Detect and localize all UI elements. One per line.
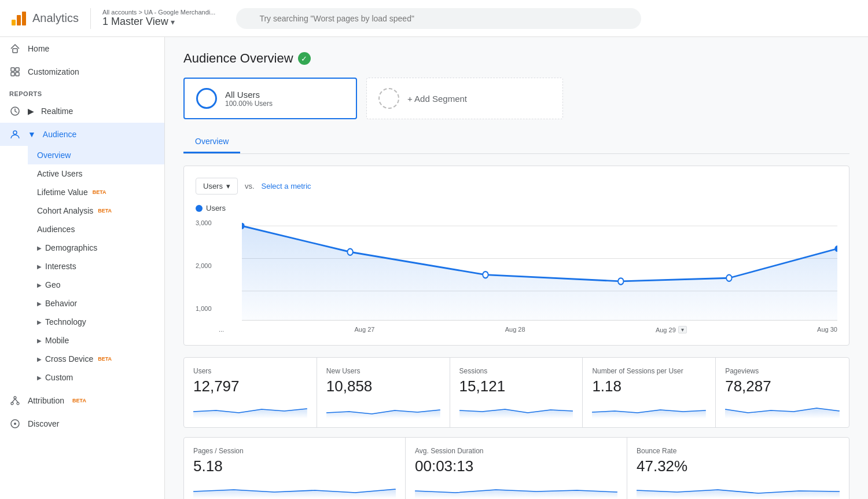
metric-users-sparkline — [193, 400, 307, 419]
metric-bounce-rate-sparkline — [637, 480, 840, 498]
svg-marker-34 — [725, 408, 840, 419]
sidebar-item-customization[interactable]: Customization — [0, 60, 164, 83]
svg-rect-7 — [16, 68, 19, 71]
svg-rect-9 — [16, 72, 19, 76]
select-metric-link[interactable]: Select a metric — [262, 182, 311, 190]
customization-icon — [9, 66, 21, 78]
add-segment-label: + Add Segment — [407, 94, 467, 104]
metric-avg-session-duration-value: 00:03:13 — [415, 457, 617, 475]
sidebar-item-audiences[interactable]: Audiences — [28, 220, 164, 239]
sidebar-item-discover[interactable]: Discover — [0, 412, 164, 435]
sidebar-item-attribution[interactable]: Attribution BETA — [0, 389, 164, 412]
svg-rect-1 — [17, 15, 21, 25]
svg-line-16 — [15, 399, 18, 402]
all-users-segment[interactable]: All Users 100.00% Users — [183, 78, 357, 119]
metric-dropdown-label: Users — [203, 182, 223, 190]
sidebar-item-cross-device[interactable]: ▶ Cross Device BETA — [28, 350, 164, 368]
metric-avg-session-duration: Avg. Session Duration 00:03:13 — [406, 438, 627, 499]
sidebar-item-custom[interactable]: ▶ Custom — [28, 368, 164, 387]
sidebar-item-audience[interactable]: ▼ Audience — [0, 123, 164, 146]
x-label-aug28: Aug 28 — [505, 326, 525, 333]
tab-overview[interactable]: Overview — [183, 131, 240, 153]
metric-dropdown-arrow: ▾ — [226, 182, 230, 190]
sidebar-item-demographics[interactable]: ▶ Demographics — [28, 239, 164, 257]
audiences-label: Audiences — [37, 225, 75, 234]
page-title-text: Audience Overview — [183, 51, 293, 66]
metric-sessions: Sessions 15,121 — [450, 358, 583, 427]
geo-arrow: ▶ — [37, 282, 42, 288]
search-input[interactable] — [236, 8, 641, 29]
metric-new-users-sparkline — [326, 400, 440, 419]
vs-text: vs. — [245, 182, 255, 190]
sidebar-item-overview[interactable]: Overview — [28, 146, 164, 164]
custom-arrow: ▶ — [37, 375, 42, 381]
scroll-indicator[interactable]: ▾ — [678, 326, 687, 333]
legend-dot — [196, 205, 203, 212]
svg-rect-0 — [12, 20, 16, 25]
metric-bounce-rate: Bounce Rate 47.32% — [627, 438, 849, 499]
page-title: Audience Overview ✓ — [183, 51, 849, 66]
add-segment-circle — [378, 88, 399, 109]
segment-row: All Users 100.00% Users + Add Segment — [183, 78, 849, 119]
cohort-analysis-label: Cohort Analysis — [37, 206, 93, 215]
cohort-beta: BETA — [98, 208, 112, 214]
add-segment-card[interactable]: + Add Segment — [366, 78, 563, 119]
metric-sessions-per-user-value: 1.18 — [592, 377, 706, 395]
metric-avg-session-duration-sparkline — [415, 480, 617, 498]
legend-label: Users — [206, 204, 226, 212]
sidebar-item-interests[interactable]: ▶ Interests — [28, 257, 164, 276]
sidebar-item-geo[interactable]: ▶ Geo — [28, 276, 164, 294]
metric-dropdown[interactable]: Users ▾ — [196, 178, 238, 195]
svg-point-18 — [14, 423, 16, 425]
metric-pageviews-value: 78,287 — [725, 377, 840, 395]
metric-pages-per-session-value: 5.18 — [193, 457, 396, 475]
audience-arrow: ▼ — [28, 130, 36, 139]
master-view-dropdown[interactable]: 1 Master View ▾ — [102, 16, 215, 28]
metric-sessions-per-user-sparkline — [592, 400, 706, 419]
sidebar-item-home[interactable]: Home — [0, 37, 164, 60]
metric-pages-per-session-sparkline — [193, 480, 396, 498]
realtime-icon — [9, 105, 21, 117]
metric-sessions-label: Sessions — [459, 367, 573, 375]
main-content: Audience Overview ✓ All Users 100.00% Us… — [165, 37, 868, 499]
logo-text: Analytics — [32, 12, 79, 25]
realtime-label: Realtime — [41, 107, 73, 116]
attribution-label: Attribution — [28, 396, 64, 405]
demographics-label: Demographics — [45, 243, 97, 252]
sidebar-item-cohort-analysis[interactable]: Cohort Analysis BETA — [28, 201, 164, 220]
chart-card: Users ▾ vs. Select a metric Users 3,000 … — [183, 166, 849, 346]
technology-arrow: ▶ — [37, 319, 42, 325]
attribution-beta: BETA — [72, 398, 86, 403]
y-axis-labels: 3,000 2,000 1,000 — [196, 219, 216, 312]
active-users-label: Active Users — [37, 169, 83, 178]
sidebar-item-technology[interactable]: ▶ Technology — [28, 313, 164, 331]
svg-rect-6 — [11, 68, 14, 71]
svg-rect-2 — [22, 12, 26, 25]
lifetime-value-label: Lifetime Value — [37, 188, 88, 197]
sidebar: Home Customization REPORTS ▶ Realtime ▼ … — [0, 37, 165, 499]
y-label-1000: 1,000 — [196, 305, 212, 312]
master-view-chevron: ▾ — [171, 17, 175, 27]
metric-pages-per-session-label: Pages / Session — [193, 447, 396, 455]
home-icon — [9, 43, 21, 54]
sidebar-item-active-users[interactable]: Active Users — [28, 164, 164, 183]
sidebar-item-lifetime-value[interactable]: Lifetime Value BETA — [28, 183, 164, 201]
metric-users-label: Users — [193, 367, 307, 375]
svg-point-25 — [347, 249, 352, 255]
y-label-3000: 3,000 — [196, 219, 212, 226]
metrics-row-1: Users 12,797 New Users 10,858 Sessions — [183, 357, 849, 428]
metric-sessions-value: 15,121 — [459, 377, 573, 395]
mobile-arrow: ▶ — [37, 337, 42, 344]
overview-label: Overview — [37, 151, 71, 160]
sidebar-item-behavior[interactable]: ▶ Behavior — [28, 294, 164, 313]
sidebar-item-realtime[interactable]: ▶ Realtime — [0, 100, 164, 123]
segment-name: All Users — [225, 90, 273, 100]
sidebar-item-mobile[interactable]: ▶ Mobile — [28, 331, 164, 350]
x-label-aug29: Aug 29 ▾ — [656, 326, 687, 333]
svg-point-28 — [726, 275, 731, 281]
attribution-icon — [9, 395, 21, 406]
reports-section-label: REPORTS — [0, 83, 164, 100]
metric-users-value: 12,797 — [193, 377, 307, 395]
logo-icon — [9, 9, 28, 28]
cross-device-arrow: ▶ — [37, 356, 42, 362]
